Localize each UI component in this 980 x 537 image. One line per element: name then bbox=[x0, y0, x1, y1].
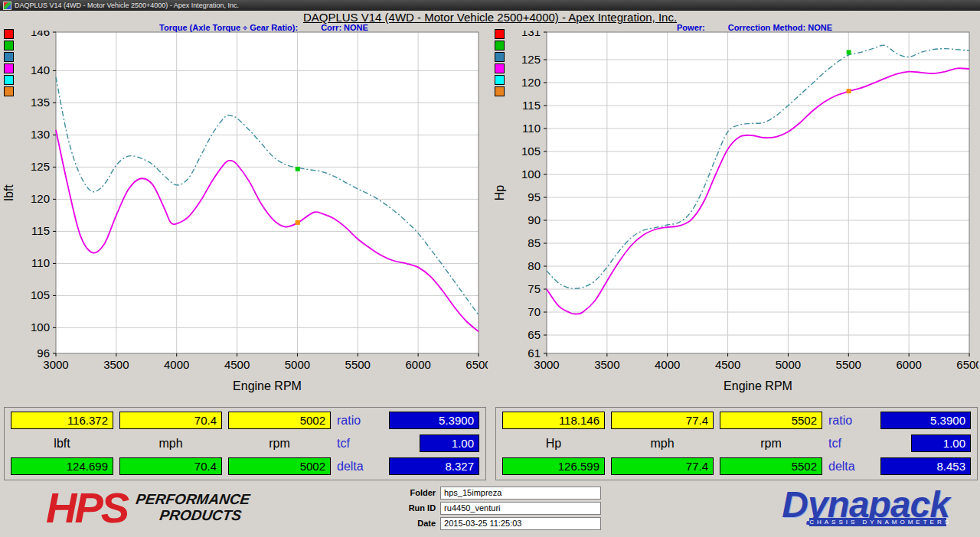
svg-text:Hp: Hp bbox=[493, 185, 506, 201]
svg-text:110: 110 bbox=[522, 122, 541, 135]
legend-color-swatch[interactable] bbox=[4, 41, 14, 50]
readouts-area: 116.372 70.4 5002 ratio 5.3900 lbft mph … bbox=[4, 407, 976, 480]
torque-unit-label: lbft bbox=[11, 434, 113, 452]
svg-text:3500: 3500 bbox=[594, 358, 619, 371]
svg-text:4500: 4500 bbox=[224, 358, 250, 371]
dynapack-logo: Dynapack CHASSIS DYNAMOMETERS bbox=[782, 488, 949, 527]
speed-current-value: 77.4 bbox=[611, 412, 714, 429]
ratio-label: ratio bbox=[337, 412, 383, 429]
speed-unit-label: mph bbox=[611, 434, 714, 452]
svg-text:3000: 3000 bbox=[534, 358, 559, 371]
page-title: DAQPLUS V14 (4WD - Motor Vehicle 2500+40… bbox=[0, 11, 980, 23]
svg-text:Engine RPM: Engine RPM bbox=[724, 379, 792, 392]
svg-text:5000: 5000 bbox=[285, 358, 310, 371]
window-title: DAQPLUS V14 (4WD - Motor Vehicle 2500+40… bbox=[15, 2, 239, 9]
svg-text:70: 70 bbox=[528, 305, 541, 318]
svg-text:80: 80 bbox=[528, 259, 541, 272]
hps-logo-text: HPS bbox=[46, 490, 127, 526]
torque-correction-label: Corr: NONE bbox=[321, 23, 368, 32]
svg-text:90: 90 bbox=[528, 213, 541, 226]
legend-color-swatch[interactable] bbox=[4, 75, 14, 85]
speed-unit-label: mph bbox=[119, 434, 222, 452]
hps-logo: HPS PERFORMANCE PRODUCTS bbox=[46, 490, 249, 526]
svg-text:105: 105 bbox=[521, 145, 541, 158]
svg-text:5500: 5500 bbox=[345, 358, 371, 371]
tcf-value: 1.00 bbox=[420, 434, 479, 452]
torque-chart[interactable]: 3000350040004500500055006000650096100105… bbox=[2, 31, 488, 396]
svg-text:120: 120 bbox=[31, 192, 50, 205]
legend-color-swatch[interactable] bbox=[495, 41, 505, 50]
power-chart[interactable]: 3000350040004500500055006000650061657075… bbox=[493, 31, 978, 396]
power-unit-label: Hp bbox=[502, 434, 605, 452]
svg-text:95: 95 bbox=[528, 190, 541, 203]
tcf-value: 1.00 bbox=[911, 434, 971, 452]
legend-color-swatch[interactable] bbox=[495, 86, 505, 96]
speed-current-value: 70.4 bbox=[119, 412, 222, 429]
app-window: DAQPLUS V14 (4WD - Motor Vehicle 2500+40… bbox=[0, 0, 980, 531]
footer: HPS PERFORMANCE PRODUCTS Folder hps_15im… bbox=[0, 480, 980, 531]
svg-text:115: 115 bbox=[522, 99, 541, 112]
hps-performance-text: PERFORMANCE bbox=[135, 492, 251, 508]
legend-color-swatch[interactable] bbox=[495, 29, 505, 39]
legend-swatches bbox=[4, 29, 14, 96]
power-chart-panel: Power: Correction Method: NONE 300035004… bbox=[492, 23, 978, 404]
power-chart-header: Power: Correction Method: NONE bbox=[538, 23, 971, 32]
svg-text:61: 61 bbox=[528, 347, 541, 360]
date-row: Date 2015-03-25 11:25:03 bbox=[399, 517, 601, 530]
ratio-label: ratio bbox=[828, 412, 874, 429]
delta-label: delta bbox=[337, 457, 383, 475]
date-field[interactable]: 2015-03-25 11:25:03 bbox=[440, 517, 601, 530]
run-id-row: Run ID ru4450_venturi bbox=[399, 502, 601, 515]
tcf-label: tcf bbox=[337, 434, 383, 452]
hps-products-text: PRODUCTS bbox=[158, 508, 249, 524]
run-id-label: Run ID bbox=[399, 503, 436, 513]
hps-logo-subtext: PERFORMANCE PRODUCTS bbox=[132, 492, 251, 524]
svg-text:4500: 4500 bbox=[715, 358, 740, 371]
svg-text:6500: 6500 bbox=[466, 358, 488, 371]
svg-text:110: 110 bbox=[31, 256, 50, 269]
window-titlebar[interactable]: DAQPLUS V14 (4WD - Motor Vehicle 2500+40… bbox=[0, 0, 980, 11]
delta-value: 8.453 bbox=[880, 457, 971, 475]
legend-color-swatch[interactable] bbox=[4, 52, 14, 62]
legend-color-swatch[interactable] bbox=[4, 86, 14, 96]
svg-text:125: 125 bbox=[31, 160, 50, 173]
power-current-value: 118.146 bbox=[502, 412, 605, 429]
power-correction-label: Correction Method: NONE bbox=[728, 23, 832, 32]
rpm-reference-value: 5502 bbox=[720, 457, 822, 475]
svg-text:3500: 3500 bbox=[103, 358, 129, 371]
ratio-value: 5.3900 bbox=[880, 412, 971, 429]
rpm-current-value: 5002 bbox=[228, 412, 331, 429]
ratio-value: 5.3900 bbox=[389, 412, 479, 429]
svg-text:130: 130 bbox=[31, 128, 50, 141]
torque-reference-value: 124.699 bbox=[11, 457, 113, 475]
rpm-current-value: 5502 bbox=[720, 412, 822, 429]
tcf-label: tcf bbox=[828, 434, 874, 452]
run-id-field[interactable]: ru4450_venturi bbox=[440, 502, 601, 515]
torque-current-value: 116.372 bbox=[11, 412, 113, 429]
power-reference-value: 126.599 bbox=[502, 457, 605, 475]
legend-color-swatch[interactable] bbox=[4, 29, 14, 39]
svg-text:6000: 6000 bbox=[405, 358, 430, 371]
legend-color-swatch[interactable] bbox=[495, 52, 505, 62]
svg-text:85: 85 bbox=[528, 236, 541, 249]
svg-text:100: 100 bbox=[31, 321, 50, 334]
svg-text:5500: 5500 bbox=[836, 358, 861, 371]
speed-reference-value: 77.4 bbox=[611, 457, 714, 475]
svg-text:Engine RPM: Engine RPM bbox=[233, 379, 302, 392]
svg-text:96: 96 bbox=[37, 347, 50, 360]
legend-color-swatch[interactable] bbox=[495, 63, 505, 73]
speed-reference-value: 70.4 bbox=[119, 457, 222, 475]
svg-text:140: 140 bbox=[31, 63, 50, 76]
delta-value: 8.327 bbox=[389, 457, 479, 475]
app-icon bbox=[3, 2, 11, 10]
svg-text:3000: 3000 bbox=[43, 358, 68, 371]
legend-color-swatch[interactable] bbox=[4, 63, 14, 73]
legend-color-swatch[interactable] bbox=[495, 75, 505, 85]
run-info-form: Folder hps_15impreza Run ID ru4450_ventu… bbox=[399, 487, 601, 530]
svg-text:4000: 4000 bbox=[655, 358, 680, 371]
torque-chart-panel: Torque (Axle Torque ÷ Gear Ratio): Corr:… bbox=[2, 23, 488, 404]
folder-field[interactable]: hps_15impreza bbox=[440, 487, 601, 500]
svg-text:4000: 4000 bbox=[164, 358, 189, 371]
svg-text:5000: 5000 bbox=[776, 358, 801, 371]
rpm-unit-label: rpm bbox=[228, 434, 331, 452]
